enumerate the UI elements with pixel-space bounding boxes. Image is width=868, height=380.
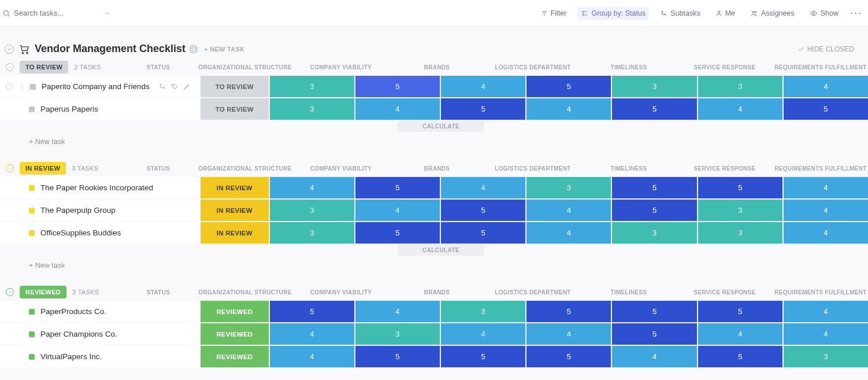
col-header[interactable]: REQUIREMENTS FULFILLMENT — [773, 64, 868, 71]
eval-cell[interactable]: 5 — [355, 177, 440, 198]
col-header-status[interactable]: STATUS — [120, 289, 196, 296]
eval-cell[interactable]: 5 — [612, 177, 696, 198]
col-header[interactable]: REQUIREMENTS FULFILLMENT — [773, 289, 868, 296]
eval-cell[interactable]: 5 — [612, 301, 696, 322]
eval-cell[interactable]: 3 — [441, 301, 525, 322]
drag-handle-icon[interactable]: ⋮⋮ — [18, 83, 24, 91]
col-header[interactable]: COMPANY VIABILITY — [294, 289, 388, 296]
col-header[interactable]: LOGISTICS DEPARTMENT — [485, 64, 580, 71]
subtask-icon[interactable] — [159, 83, 166, 90]
eval-cell[interactable]: 4 — [441, 76, 525, 97]
eval-cell[interactable]: 3 — [698, 76, 782, 97]
col-header-status[interactable]: STATUS — [120, 165, 196, 172]
status-cell[interactable]: TO REVIEW — [201, 76, 269, 97]
eval-cell[interactable]: 4 — [526, 200, 611, 221]
eval-cell[interactable]: 4 — [784, 323, 868, 345]
search-input[interactable] — [14, 9, 101, 17]
more-icon[interactable]: ··· — [850, 7, 862, 19]
me-action[interactable]: Me — [712, 7, 739, 20]
eval-cell[interactable]: 3 — [270, 200, 354, 221]
status-cell[interactable]: TO REVIEW — [201, 98, 269, 120]
task-row[interactable]: ⋮⋮VirtualPapers Inc.REVIEWED4555453 — [0, 346, 868, 367]
calculate-button[interactable]: CALCULATE — [398, 121, 484, 132]
eval-cell[interactable]: 3 — [270, 98, 354, 120]
status-cell[interactable]: REVIEWED — [201, 301, 269, 322]
task-row[interactable]: ⋮⋮The Paperpulp GroupIN REVIEW3454534 — [0, 200, 868, 221]
eval-cell[interactable]: 4 — [784, 222, 868, 244]
eval-cell[interactable]: 4 — [526, 323, 611, 345]
eval-cell[interactable]: 3 — [270, 76, 354, 97]
col-header[interactable]: LOGISTICS DEPARTMENT — [485, 165, 580, 172]
status-cell[interactable]: REVIEWED — [201, 346, 269, 367]
edit-icon[interactable] — [183, 83, 191, 90]
col-header[interactable]: TIMELINESS — [581, 64, 676, 71]
col-header[interactable]: TIMELINESS — [581, 165, 676, 172]
status-cell[interactable]: IN REVIEW — [201, 177, 269, 198]
col-header[interactable]: ORGANIZATIONAL STRUCTURE — [198, 64, 292, 71]
task-row[interactable]: ⋮⋮PaperProducts Co.REVIEWED5435554 — [0, 301, 868, 322]
eval-cell[interactable]: 4 — [612, 346, 696, 367]
eval-cell[interactable]: 3 — [612, 222, 696, 244]
eval-cell[interactable]: 4 — [270, 323, 354, 345]
eval-cell[interactable]: 5 — [698, 177, 782, 198]
status-pill[interactable]: IN REVIEW — [20, 162, 66, 175]
eval-cell[interactable]: 4 — [270, 177, 354, 198]
task-name-cell[interactable]: ⋮⋮PaperProducts Co. — [0, 301, 201, 322]
collapse-group-toggle[interactable] — [6, 63, 14, 71]
eval-cell[interactable]: 5 — [355, 346, 440, 367]
eval-cell[interactable]: 5 — [526, 346, 611, 367]
eval-cell[interactable]: 5 — [441, 98, 525, 120]
eval-cell[interactable]: 5 — [270, 301, 354, 322]
info-icon[interactable]: i — [189, 45, 198, 54]
task-row[interactable]: ⋮⋮Paperus PaperisTO REVIEW3454545 — [0, 98, 868, 120]
eval-cell[interactable]: 3 — [784, 346, 868, 367]
eval-cell[interactable]: 4 — [784, 177, 868, 198]
col-header[interactable]: ORGANIZATIONAL STRUCTURE — [198, 289, 292, 296]
assignees-action[interactable]: Assignees — [747, 7, 798, 20]
col-header[interactable]: BRANDS — [390, 64, 484, 71]
eval-cell[interactable]: 4 — [526, 98, 611, 120]
calculate-button[interactable]: CALCULATE — [398, 245, 484, 256]
eval-cell[interactable]: 4 — [526, 222, 611, 244]
new-task-button[interactable]: + NEW TASK — [204, 46, 244, 53]
task-row[interactable]: ⋮⋮Paper Champions Co.REVIEWED4344544 — [0, 323, 868, 345]
eval-cell[interactable]: 5 — [355, 76, 440, 97]
filter-action[interactable]: Filter — [537, 7, 570, 20]
col-header[interactable]: LOGISTICS DEPARTMENT — [485, 289, 580, 296]
task-row[interactable]: ⋮⋮The Paper Rookies IncorporatedIN REVIE… — [0, 177, 868, 198]
eval-cell[interactable]: 5 — [441, 222, 525, 244]
eval-cell[interactable]: 4 — [441, 323, 525, 345]
eval-cell[interactable]: 4 — [698, 323, 782, 345]
tag-icon[interactable] — [171, 83, 179, 90]
col-header[interactable]: SERVICE RESPONSE — [677, 289, 772, 296]
eval-cell[interactable]: 5 — [612, 98, 696, 120]
task-name-cell[interactable]: ⋮⋮Paper Champions Co. — [0, 323, 201, 345]
eval-cell[interactable]: 5 — [612, 200, 696, 221]
col-header[interactable]: TIMELINESS — [581, 289, 676, 296]
task-name-cell[interactable]: ⋮⋮The Paperpulp Group — [0, 200, 201, 221]
collapse-list-toggle[interactable] — [5, 45, 14, 54]
eval-cell[interactable]: 3 — [698, 200, 782, 221]
eval-cell[interactable]: 4 — [355, 200, 440, 221]
eval-cell[interactable]: 4 — [784, 301, 868, 322]
eval-cell[interactable]: 3 — [355, 323, 440, 345]
eval-cell[interactable]: 5 — [698, 346, 782, 367]
task-row[interactable]: ⋮⋮Paperito Company and FriendsTO REVIEW3… — [0, 76, 868, 97]
col-header[interactable]: COMPANY VIABILITY — [294, 165, 388, 172]
eval-cell[interactable]: 5 — [526, 76, 611, 97]
subtasks-action[interactable]: Subtasks — [657, 7, 703, 20]
status-pill[interactable]: REVIEWED — [20, 286, 66, 298]
eval-cell[interactable]: 5 — [441, 346, 525, 367]
col-header[interactable]: BRANDS — [390, 165, 484, 172]
collapse-group-toggle[interactable] — [6, 164, 14, 172]
col-header-status[interactable]: STATUS — [120, 64, 196, 71]
eval-cell[interactable]: 3 — [526, 177, 611, 198]
eval-cell[interactable]: 4 — [441, 177, 525, 198]
eval-cell[interactable]: 5 — [784, 98, 868, 120]
eval-cell[interactable]: 5 — [526, 301, 611, 322]
status-cell[interactable]: IN REVIEW — [201, 200, 269, 221]
task-name-cell[interactable]: ⋮⋮The Paper Rookies Incorporated — [0, 177, 201, 198]
task-name-cell[interactable]: ⋮⋮Paperito Company and Friends — [0, 76, 201, 97]
eval-cell[interactable]: 3 — [698, 222, 782, 244]
eval-cell[interactable]: 5 — [441, 200, 525, 221]
